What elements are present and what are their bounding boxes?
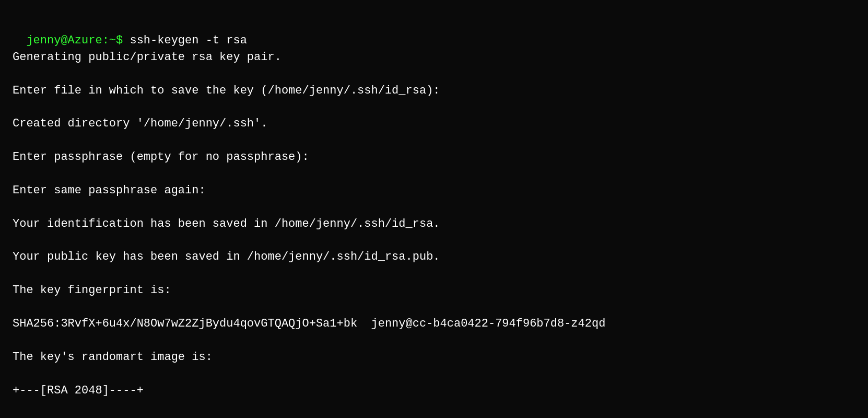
output-line-1: Generating public/private rsa key pair. (13, 49, 855, 66)
output-line-8: The key fingerprint is: (13, 282, 855, 299)
output-line-5: Enter same passphrase again: (13, 182, 855, 199)
output-line-3: Created directory '/home/jenny/.ssh'. (13, 115, 855, 132)
output-line-11: +---[RSA 2048]----+ (13, 382, 855, 399)
output-line-12: | .. .. | (13, 415, 855, 418)
prompt-command: ssh-keygen -t rsa (123, 34, 247, 47)
output-line-2: Enter file in which to save the key (/ho… (13, 83, 855, 99)
output-line-10: The key's randomart image is: (13, 349, 855, 366)
output-line-7: Your public key has been saved in /home/… (13, 249, 855, 265)
terminal-window: jenny@Azure:~$ ssh-keygen -t rsa Generat… (10, 10, 858, 418)
prompt-user: jenny@Azure:~$ (26, 34, 123, 47)
output-line-6: Your identification has been saved in /h… (13, 216, 855, 233)
output-line-4: Enter passphrase (empty for no passphras… (13, 149, 855, 166)
terminal-prompt-line: jenny@Azure:~$ ssh-keygen -t rsa (26, 34, 247, 47)
output-line-9: SHA256:3RvfX+6u4x/N8Ow7wZ2ZjBydu4qovGTQA… (13, 316, 855, 332)
